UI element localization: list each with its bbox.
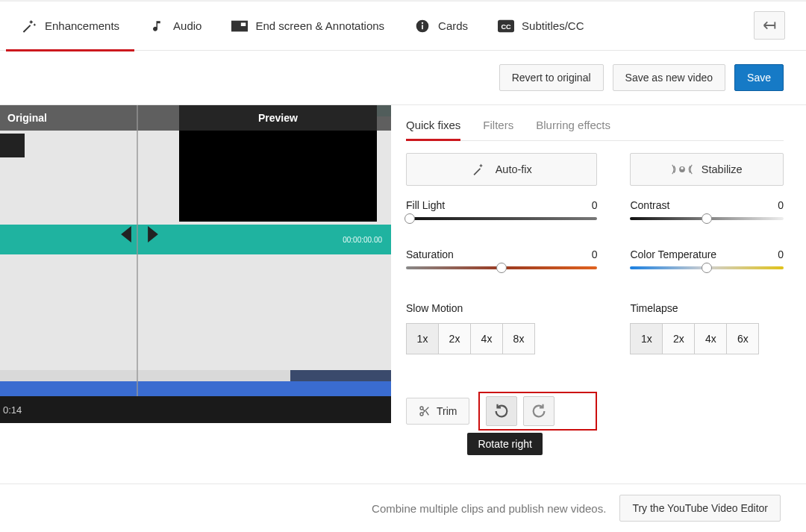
slowmo-2x[interactable]: 2x bbox=[438, 323, 471, 354]
svg-rect-3 bbox=[422, 25, 423, 29]
audio-icon bbox=[149, 18, 166, 34]
wand-icon bbox=[472, 162, 487, 177]
timelapse-1x[interactable]: 1x bbox=[630, 323, 663, 354]
slowmo-8x[interactable]: 8x bbox=[502, 323, 535, 354]
stabilize-icon bbox=[672, 163, 693, 176]
cc-icon: CC bbox=[498, 18, 514, 34]
tab-subtitles-label: Subtitles/CC bbox=[522, 19, 584, 32]
tab-endscreen[interactable]: End screen & Annotations bbox=[216, 1, 399, 51]
slowmotion-label: Slow Motion bbox=[406, 302, 597, 314]
trim-button[interactable]: Trim bbox=[406, 398, 469, 425]
timelapse-group: 1x 2x 4x 6x bbox=[630, 323, 784, 354]
rotate-highlight-box: Rotate right bbox=[478, 392, 597, 431]
contrast-label: Contrast bbox=[630, 199, 669, 211]
saturation-slider[interactable] bbox=[406, 266, 597, 269]
stabilize-button[interactable]: Stabilize bbox=[630, 153, 784, 186]
endscreen-icon bbox=[231, 18, 248, 34]
fill-light-value: 0 bbox=[592, 199, 598, 211]
preview-divider bbox=[137, 105, 138, 396]
saturation-label: Saturation bbox=[406, 248, 454, 260]
tab-cards[interactable]: Cards bbox=[399, 1, 483, 51]
original-label: Original bbox=[7, 112, 47, 124]
timelapse-2x[interactable]: 2x bbox=[662, 323, 695, 354]
slowmo-4x[interactable]: 4x bbox=[470, 323, 503, 354]
preview-body: 00:00:00.00 bbox=[0, 105, 391, 396]
tab-enhancements-label: Enhancements bbox=[45, 19, 119, 32]
preview-prev-icon[interactable] bbox=[119, 226, 133, 242]
save-as-new-button[interactable]: Save as new video bbox=[613, 64, 726, 91]
revert-button[interactable]: Revert to original bbox=[499, 64, 604, 91]
contrast-slider[interactable] bbox=[630, 217, 784, 220]
preview-next-icon[interactable] bbox=[146, 226, 160, 242]
main-tabs: Enhancements Audio End screen & Annotati… bbox=[0, 1, 806, 51]
color-temp-label: Color Temperature bbox=[630, 248, 716, 260]
footer-text: Combine multiple clips and publish new v… bbox=[372, 502, 606, 515]
timelapse-label: Timelapse bbox=[630, 302, 784, 314]
svg-point-4 bbox=[422, 22, 423, 23]
rotate-left-button[interactable] bbox=[523, 396, 554, 426]
action-row: Revert to original Save as new video Sav… bbox=[0, 51, 806, 105]
rotate-right-tooltip: Rotate right bbox=[467, 433, 542, 455]
contrast-value: 0 bbox=[778, 199, 784, 211]
svg-point-10 bbox=[681, 167, 684, 170]
tab-enhancements[interactable]: Enhancements bbox=[6, 1, 134, 51]
subtab-filters[interactable]: Filters bbox=[483, 111, 513, 140]
saturation-value: 0 bbox=[592, 248, 598, 260]
info-icon bbox=[414, 18, 431, 34]
slowmo-1x[interactable]: 1x bbox=[406, 323, 439, 354]
video-preview[interactable]: 00:00:00.00 Original Preview 0:14 bbox=[0, 105, 391, 423]
preview-label: Preview bbox=[258, 112, 298, 124]
color-temp-slider[interactable] bbox=[630, 266, 784, 269]
timelapse-4x[interactable]: 4x bbox=[694, 323, 727, 354]
slowmotion-group: 1x 2x 4x 8x bbox=[406, 323, 597, 354]
rotate-right-button[interactable] bbox=[486, 396, 517, 426]
timelapse-6x[interactable]: 6x bbox=[726, 323, 759, 354]
back-button[interactable] bbox=[754, 11, 785, 40]
stabilize-label: Stabilize bbox=[702, 163, 743, 175]
fill-light-slider[interactable] bbox=[406, 217, 597, 220]
autofix-button[interactable]: Auto-fix bbox=[406, 153, 597, 186]
scissors-icon bbox=[419, 405, 431, 417]
try-editor-button[interactable]: Try the YouTube Video Editor bbox=[619, 495, 781, 522]
tab-audio[interactable]: Audio bbox=[134, 1, 216, 51]
preview-timestamp: 0:14 bbox=[0, 396, 391, 423]
preview-header: Original Preview bbox=[0, 105, 391, 131]
color-temp-value: 0 bbox=[778, 248, 784, 260]
tab-audio-label: Audio bbox=[173, 19, 202, 32]
subtab-blurring[interactable]: Blurring effects bbox=[536, 111, 610, 140]
subtab-quickfixes[interactable]: Quick fixes bbox=[406, 111, 460, 140]
fill-light-label: Fill Light bbox=[406, 199, 445, 211]
autofix-label: Auto-fix bbox=[496, 163, 532, 175]
save-button[interactable]: Save bbox=[734, 64, 784, 91]
svg-text:CC: CC bbox=[501, 22, 511, 30]
tab-subtitles[interactable]: CC Subtitles/CC bbox=[483, 1, 599, 51]
wand-icon bbox=[21, 18, 37, 34]
tab-endscreen-label: End screen & Annotations bbox=[255, 19, 384, 32]
subtabs: Quick fixes Filters Blurring effects bbox=[406, 111, 784, 141]
tab-cards-label: Cards bbox=[438, 19, 468, 32]
footer: Combine multiple clips and publish new v… bbox=[0, 484, 806, 532]
svg-rect-1 bbox=[241, 22, 246, 26]
